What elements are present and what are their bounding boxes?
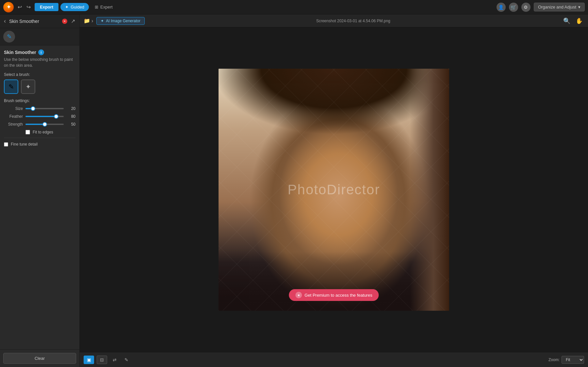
- folder-button[interactable]: 📁 ›: [84, 18, 93, 24]
- file-name: Screenshot 2024-03-01 at 4.54.06 PM.png: [148, 19, 559, 23]
- photo-container: PhotoDirector ★ Get Premium to access th…: [219, 69, 449, 311]
- feather-slider-fill: [25, 116, 56, 117]
- strength-slider-thumb[interactable]: [42, 122, 47, 127]
- settings-icon[interactable]: ⚙: [521, 3, 531, 12]
- feather-value: 80: [66, 114, 75, 119]
- main-area: ‹ Skin Smoother ✕ ↗ ✎ Skin Smoother i Us…: [0, 14, 588, 367]
- photo-background: PhotoDirector: [219, 69, 449, 311]
- zoom-area: Zoom: Fit 25% 50% 100% 200%: [548, 356, 584, 364]
- app-logo: ✦: [3, 2, 14, 12]
- guided-icon: ✦: [65, 5, 69, 9]
- strength-slider-track: [25, 124, 64, 125]
- size-value: 20: [66, 106, 75, 111]
- undo-redo-group: ↩ ↪: [16, 3, 33, 11]
- strength-slider-row: Strength 50: [4, 122, 75, 127]
- size-slider-row: Size 20: [4, 106, 75, 111]
- chevron-right-icon: ›: [91, 18, 93, 24]
- erase-brush-icon: ✦: [25, 83, 31, 91]
- ai-label: AI Image Generator: [106, 19, 140, 23]
- expert-icon: ⊞: [95, 5, 98, 9]
- split-view-button[interactable]: ⊟: [97, 356, 107, 364]
- organize-button[interactable]: Organize and Adjust ▾: [534, 3, 585, 11]
- close-dot[interactable]: ✕: [62, 19, 67, 24]
- feather-slider-track: [25, 116, 64, 117]
- guided-label: Guided: [71, 5, 84, 9]
- premium-icon: ★: [295, 292, 302, 298]
- fine-tune-row: Fine tune detail: [4, 138, 75, 147]
- section-description: Use the below smoothing brush to paint o…: [4, 57, 75, 68]
- expert-tab[interactable]: ⊞ Expert: [90, 3, 117, 11]
- organize-label: Organize and Adjust: [538, 5, 576, 9]
- canvas-viewport[interactable]: PhotoDirector ★ Get Premium to access th…: [80, 27, 588, 352]
- chevron-down-icon: ▾: [578, 5, 580, 9]
- bottom-tools: ⇄ ✎: [110, 356, 131, 364]
- brush-settings-label: Brush settings:: [4, 98, 75, 103]
- paint-brush-icon: ✎: [8, 83, 14, 91]
- section-title-text: Skin Smoother: [4, 50, 36, 55]
- panel-content: Skin Smoother i Use the below smoothing …: [0, 45, 79, 349]
- fine-tune-checkbox[interactable]: [4, 142, 8, 147]
- redo-button[interactable]: ↪: [24, 3, 33, 11]
- export-panel-button[interactable]: ↗: [70, 17, 76, 25]
- ai-icon: ✦: [101, 19, 104, 23]
- fine-tune-label[interactable]: Fine tune detail: [11, 142, 38, 147]
- info-icon[interactable]: i: [38, 49, 44, 55]
- export-button[interactable]: Export: [35, 3, 58, 11]
- canvas-toolbar: 📁 › ✦ AI Image Generator Screenshot 2024…: [80, 14, 588, 27]
- paint-brush-button[interactable]: ✎: [4, 79, 18, 94]
- top-bar-right: 👤 🛒 ⚙ Organize and Adjust ▾: [497, 3, 585, 12]
- premium-label: Get Premium to access the features: [304, 293, 372, 298]
- feather-label: Feather: [4, 114, 23, 119]
- left-panel: ‹ Skin Smoother ✕ ↗ ✎ Skin Smoother i Us…: [0, 14, 80, 367]
- guided-tab[interactable]: ✦ Guided: [60, 3, 89, 11]
- zoom-select[interactable]: Fit 25% 50% 100% 200%: [562, 356, 584, 364]
- size-slider-track: [25, 108, 64, 109]
- profile-icon[interactable]: 👤: [497, 3, 506, 12]
- back-button[interactable]: ‹: [3, 17, 7, 25]
- section-title-row: Skin Smoother i: [4, 49, 75, 55]
- brush-icon: ✎: [7, 33, 12, 40]
- feather-slider-row: Feather 80: [4, 114, 75, 119]
- tool-icon-area: ✎: [0, 28, 79, 45]
- strength-slider-fill: [25, 124, 45, 125]
- size-label: Size: [4, 106, 23, 111]
- top-bar: ✦ ↩ ↪ Export ✦ Guided ⊞ Expert 👤 🛒 ⚙ Org…: [0, 0, 588, 14]
- size-slider-thumb[interactable]: [31, 106, 35, 111]
- canvas-top-right: 🔍 ✋: [562, 16, 584, 26]
- folder-icon: 📁: [84, 18, 90, 24]
- fit-to-edges-label[interactable]: Fit to edges: [33, 130, 53, 134]
- premium-banner[interactable]: ★ Get Premium to access the features: [289, 289, 379, 301]
- single-view-button[interactable]: ▣: [84, 356, 94, 364]
- undo-button[interactable]: ↩: [16, 3, 24, 11]
- brush-tool-button[interactable]: ✎: [122, 356, 131, 364]
- cart-icon[interactable]: 🛒: [509, 3, 518, 12]
- compare-button[interactable]: ⇄: [110, 356, 120, 364]
- mode-tabs: ✦ Guided ⊞ Expert: [60, 3, 117, 11]
- hand-tool-button[interactable]: ✋: [574, 16, 584, 26]
- panel-title: Skin Smoother: [9, 19, 59, 24]
- top-bar-left: ✦ ↩ ↪ Export ✦ Guided ⊞ Expert: [3, 2, 494, 12]
- search-button[interactable]: 🔍: [562, 16, 572, 26]
- bottom-bar: ▣ ⊟ ⇄ ✎ Zoom: Fit 25% 50% 100% 200%: [80, 352, 588, 367]
- select-brush-label: Select a brush:: [4, 72, 75, 77]
- ai-generator-button[interactable]: ✦ AI Image Generator: [96, 17, 144, 25]
- erase-brush-button[interactable]: ✦: [21, 79, 35, 94]
- skin-smoother-tool-icon[interactable]: ✎: [3, 31, 15, 43]
- brush-options: ✎ ✦: [4, 79, 75, 94]
- strength-label: Strength: [4, 122, 23, 127]
- panel-bottom: Clear: [0, 349, 79, 367]
- clear-button[interactable]: Clear: [3, 353, 76, 364]
- strength-value: 50: [66, 122, 75, 127]
- fit-to-edges-checkbox[interactable]: [25, 130, 30, 134]
- canvas-area: 📁 › ✦ AI Image Generator Screenshot 2024…: [80, 14, 588, 367]
- zoom-label: Zoom:: [548, 358, 560, 362]
- fit-to-edges-row: Fit to edges: [25, 130, 75, 134]
- expert-label: Expert: [100, 5, 113, 9]
- panel-header: ‹ Skin Smoother ✕ ↗: [0, 14, 79, 28]
- feather-slider-thumb[interactable]: [54, 114, 58, 119]
